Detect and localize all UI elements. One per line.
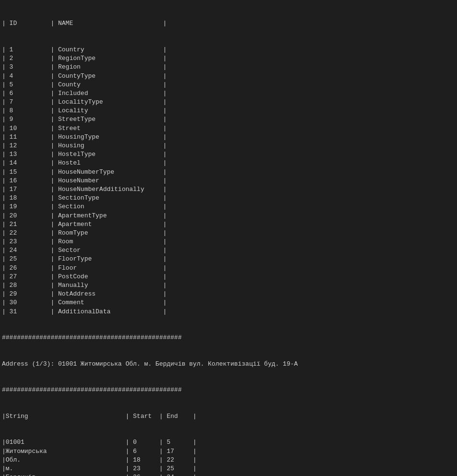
table-row: | 4 | CountyType | [2,72,455,81]
table-row: | 29 | NotAddress | [2,290,455,298]
table-row: | 21 | Apartment | [2,220,455,229]
address-line-1: Address (1/3): 01001 Житомирська Обл. м.… [2,360,455,369]
table-row: | 22 | RoomType | [2,229,455,238]
table-row: | 30 | Comment | [2,298,455,307]
table-row: | 28 | Manually | [2,281,455,290]
table-header: | ID | NAME | [2,19,455,28]
table-row: | 1 | Country | [2,46,455,54]
string-rows: |01001 | 0 | 5 ||Житомирська | 6 | 17 ||… [2,438,455,476]
table-row: | 23 | Room | [2,238,455,246]
table-row: | 11 | HousingType | [2,133,455,142]
table-row: | 12 | Housing | [2,142,455,150]
table-row: | 15 | HouseNumberType | [2,168,455,177]
separator-2: ########################################… [2,386,455,394]
table-row: | 5 | County | [2,81,455,89]
table-row: | 14 | Hostel | [2,159,455,167]
table-row: | 20 | ApartmentType | [2,212,455,220]
table-row: | 16 | HouseNumber | [2,177,455,185]
table-row: | 17 | HouseNumberAdditionally | [2,185,455,194]
table-row: | 6 | Included | [2,89,455,98]
table-row: | 7 | LocalityType | [2,98,455,107]
table-row: | 27 | PostCode | [2,273,455,281]
table-row: | 26 | Floor | [2,264,455,273]
table-row: | 25 | FloorType | [2,255,455,263]
string-table-row: |01001 | 0 | 5 | [2,438,455,447]
separator-1: ########################################… [2,333,455,342]
table-row: | 31 | AdditionalData | [2,308,455,316]
table-row: | 19 | Section | [2,202,455,211]
string-table-header: |String | Start | End | [2,412,455,421]
string-table-row: |Бердичів | 26 | 34 | [2,473,455,476]
table-row: | 8 | Locality | [2,107,455,115]
table-row: | 2 | RegionType | [2,54,455,63]
string-table-row: |м. | 23 | 25 | [2,464,455,473]
terminal-output: | ID | NAME | | 1 | Country || 2 | Regio… [2,2,455,476]
table-row: | 3 | Region | [2,63,455,71]
table-row: | 10 | Street | [2,124,455,133]
string-table-row: |Обл. | 18 | 22 | [2,456,455,464]
table-row: | 18 | SectionType | [2,194,455,202]
table-rows: | 1 | Country || 2 | RegionType || 3 | R… [2,46,455,316]
table-row: | 13 | HostelType | [2,150,455,159]
table-row: | 9 | StreetType | [2,115,455,124]
table-row: | 24 | Sector | [2,246,455,255]
string-table-row: |Житомирська | 6 | 17 | [2,447,455,456]
